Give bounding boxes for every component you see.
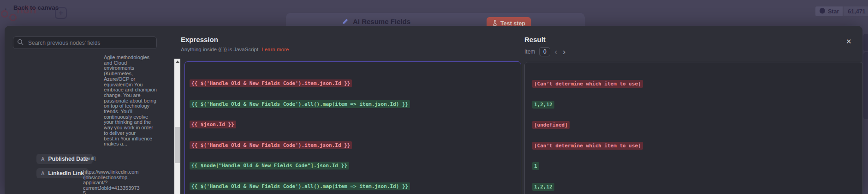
field-value-long-text: Agile methodologies and Cloud environmen… <box>104 55 157 147</box>
field-value: [null] <box>85 156 95 161</box>
canvas-edge-panel <box>863 34 868 51</box>
chevron-left-icon[interactable]: ‹ <box>554 48 557 56</box>
node-title: Ai Resume Fields <box>353 18 410 25</box>
item-label: Item <box>524 48 535 55</box>
field-pill-published-date[interactable]: A Published Date <box>36 154 93 164</box>
code-line: {{ $json.Id }} <box>190 121 521 129</box>
n8n-logo-node-icon <box>9 14 17 21</box>
field-value: https://www.linkedin.com /jobs/collectio… <box>83 170 140 194</box>
code-line: {{ $('Handle Old & New Fields Code').all… <box>190 182 521 191</box>
back-to-canvas-label: Back to canvas <box>13 4 59 11</box>
code-line: {{ $('Handle Old & New Fields Code').ite… <box>190 79 521 88</box>
scrollbar-thumb[interactable] <box>175 127 180 163</box>
github-star-count[interactable]: 61,471 <box>844 6 868 16</box>
canvas-edge-panel <box>863 52 868 119</box>
code-line: {{ $('Handle Old & New Fields Code').all… <box>190 100 521 109</box>
search-box[interactable] <box>13 36 157 49</box>
expression-editor-modal: Agile methodologies and Cloud environmen… <box>5 26 862 194</box>
field-pill-label: Published Date <box>48 156 89 162</box>
result-line: [undefined] <box>532 121 862 130</box>
item-index-input[interactable]: 0 <box>539 47 550 56</box>
result-output: [Can’t determine which item to use] 1,2,… <box>524 62 863 194</box>
github-octocat-icon <box>819 7 826 15</box>
github-star-widget[interactable]: Star 61,471 <box>815 6 868 16</box>
result-line: [Can’t determine which item to use] <box>532 80 862 89</box>
chevron-right-icon[interactable]: › <box>563 48 565 56</box>
result-line: [Can’t determine which item to use] <box>532 142 862 151</box>
expression-title: Expression <box>181 36 218 43</box>
result-title: Result <box>524 36 546 43</box>
field-pill-linkedin-link[interactable]: A LinkedIn Link <box>36 168 89 178</box>
github-star-label: Star <box>828 8 839 15</box>
code-line: {{ $('Handle Old & New Fields Code').ite… <box>190 141 521 150</box>
string-type-icon: A <box>41 170 45 176</box>
expression-subtitle: Anything inside {{ }} is JavaScript.Lear… <box>181 47 289 52</box>
add-node-button[interactable]: + <box>55 7 67 19</box>
back-arrow-icon: ← <box>4 4 11 12</box>
code-line: {{ $node["Handle Old & New Fields Code"]… <box>190 162 521 170</box>
screen: n8n ← Back to canvas + Ai Resume Fields … <box>0 0 868 194</box>
string-type-icon: A <box>41 156 45 162</box>
result-line: 1 <box>532 162 862 171</box>
fields-scrollbar[interactable] <box>174 59 180 194</box>
result-line: 1,2,12 <box>532 183 862 192</box>
close-icon[interactable]: ✕ <box>846 37 852 46</box>
learn-more-link[interactable]: Learn more <box>262 47 289 52</box>
back-to-canvas-link[interactable]: ← Back to canvas <box>4 4 59 12</box>
result-line: 1,2,12 <box>532 101 862 109</box>
result-item-pager: Item 0 ‹ › <box>524 47 565 57</box>
search-icon <box>17 39 24 47</box>
search-input[interactable] <box>27 39 153 47</box>
plus-icon: + <box>59 9 63 17</box>
field-pill-label: LinkedIn Link <box>48 170 84 176</box>
scroll-up-icon[interactable] <box>174 59 180 65</box>
github-star-button[interactable]: Star <box>815 6 843 16</box>
edit-pencil-icon <box>342 18 349 24</box>
expression-code-editor[interactable]: {{ $('Handle Old & New Fields Code').ite… <box>184 61 521 194</box>
